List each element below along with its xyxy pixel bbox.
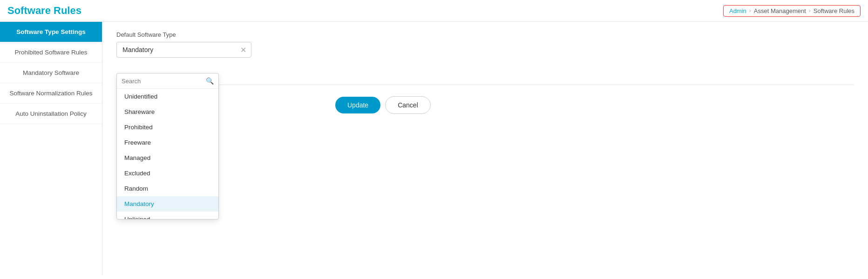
header: Software Rules Admin › Asset Management … (0, 0, 868, 22)
layout: Software Type Settings Prohibited Softwa… (0, 22, 868, 275)
page-title: Software Rules (7, 5, 81, 17)
software-type-select[interactable]: Mandatory ✕ (116, 42, 251, 58)
search-icon: 🔍 (206, 77, 214, 85)
dropdown-item[interactable]: Unlisined (117, 212, 218, 219)
dropdown-item[interactable]: Shareware (117, 104, 218, 120)
field-label: Default Software Type (116, 31, 854, 38)
search-input[interactable] (122, 78, 206, 85)
dropdown-item[interactable]: Random (117, 181, 218, 196)
cancel-button[interactable]: Cancel (385, 96, 431, 114)
sidebar-item-prohibited-software-rules[interactable]: Prohibited Software Rules (0, 42, 102, 63)
selected-value: Mandatory (122, 46, 153, 53)
update-button[interactable]: Update (335, 97, 380, 113)
breadcrumb: Admin › Asset Management › Software Rule… (723, 5, 861, 17)
dropdown-item[interactable]: Excluded (117, 166, 218, 181)
dropdown-search-wrapper: 🔍 (117, 73, 218, 89)
dropdown-list: UnidentifiedSharewareProhibitedFreewareM… (117, 89, 218, 219)
clear-icon[interactable]: ✕ (240, 46, 246, 54)
dropdown-item[interactable]: Mandatory (117, 196, 218, 212)
sidebar-item-software-normalization-rules[interactable]: Software Normalization Rules (0, 83, 102, 104)
action-buttons: Update Cancel (335, 96, 431, 114)
dropdown-item[interactable]: Unidentified (117, 89, 218, 104)
divider (116, 85, 854, 85)
main-content: Default Software Type Mandatory ✕ 🔍 Unid… (102, 22, 868, 275)
breadcrumb-sep-2: › (809, 7, 811, 14)
dropdown-item[interactable]: Managed (117, 150, 218, 166)
breadcrumb-software-rules[interactable]: Software Rules (814, 7, 854, 14)
breadcrumb-admin[interactable]: Admin (729, 7, 746, 14)
breadcrumb-asset-management[interactable]: Asset Management (754, 7, 806, 14)
sidebar: Software Type Settings Prohibited Softwa… (0, 22, 102, 275)
dropdown-item[interactable]: Prohibited (117, 120, 218, 135)
dropdown-item[interactable]: Freeware (117, 135, 218, 150)
breadcrumb-sep-1: › (749, 7, 751, 14)
sidebar-item-software-type-settings[interactable]: Software Type Settings (0, 22, 102, 42)
sidebar-item-mandatory-software[interactable]: Mandatory Software (0, 63, 102, 83)
dropdown-menu: 🔍 UnidentifiedSharewareProhibitedFreewar… (116, 73, 219, 219)
sidebar-item-auto-uninstallation-policy[interactable]: Auto Uninstallation Policy (0, 104, 102, 124)
